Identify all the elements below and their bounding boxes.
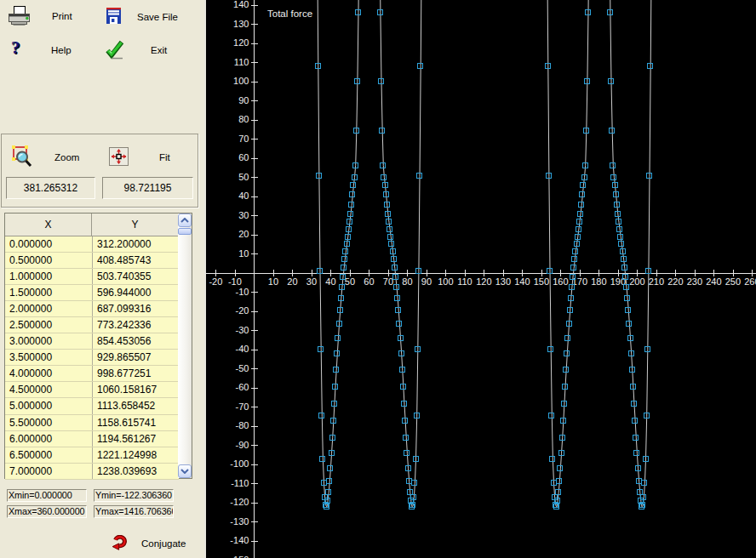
cell-x-value[interactable]: 5.000000 xyxy=(5,398,92,413)
cell-y-value[interactable]: 503.740355 xyxy=(92,269,177,284)
cell-x-value[interactable]: 5.500000 xyxy=(5,415,92,430)
data-point-marker xyxy=(334,367,339,373)
fit-button[interactable] xyxy=(109,147,129,169)
force-plot-area[interactable]: -20-101020304050607080901001101201301401… xyxy=(204,0,756,558)
table-scrollbar[interactable] xyxy=(178,214,192,478)
y-tick-label: 30 xyxy=(238,210,249,220)
cell-y-value[interactable]: 1194.561267 xyxy=(92,431,177,447)
cell-y-value[interactable]: 312.200000 xyxy=(92,236,177,252)
cell-x-value[interactable]: 2.000000 xyxy=(5,301,92,316)
exit-button-label[interactable]: Exit xyxy=(151,45,167,55)
cell-y-value[interactable]: 1060.158167 xyxy=(92,382,177,397)
scrollbar-thumb[interactable] xyxy=(178,228,192,235)
y-tick-label: 130 xyxy=(233,19,249,29)
table-row[interactable]: 1.000000503.740355 xyxy=(5,269,179,285)
data-point-marker xyxy=(403,418,408,424)
data-point-marker xyxy=(349,202,354,208)
cell-y-value[interactable]: 408.485743 xyxy=(92,253,177,268)
data-point-marker xyxy=(350,192,355,197)
cell-x-value[interactable]: 0.000000 xyxy=(5,236,92,252)
data-point-marker xyxy=(343,249,348,254)
cell-x-value[interactable]: 6.000000 xyxy=(5,431,92,447)
y-tick-label: 90 xyxy=(238,95,249,105)
cell-y-value[interactable]: 1158.615741 xyxy=(92,415,177,430)
cell-x-value[interactable]: 4.000000 xyxy=(5,366,92,381)
x-tick-label: 80 xyxy=(402,276,412,287)
xmax-field[interactable]: Xmax=360.000000 xyxy=(7,505,87,518)
cell-x-value[interactable]: 4.500000 xyxy=(5,382,92,397)
x-tick-label: 180 xyxy=(591,276,606,287)
conjugate-button[interactable] xyxy=(112,535,128,555)
table-row[interactable]: 4.000000998.677251 xyxy=(5,366,179,382)
x-tick-label: 90 xyxy=(421,276,432,287)
y-tick-label: 60 xyxy=(238,152,249,162)
ymin-field[interactable]: Ymin=-122.306360 xyxy=(94,489,174,502)
cell-x-value[interactable]: 3.500000 xyxy=(5,350,92,365)
cell-x-value[interactable]: 1.000000 xyxy=(5,269,92,284)
print-button[interactable] xyxy=(8,6,31,29)
cell-y-value[interactable]: 773.242336 xyxy=(92,317,177,333)
y-tick-label: -60 xyxy=(235,382,249,392)
zoom-button-label[interactable]: Zoom xyxy=(54,152,79,162)
table-row[interactable]: 0.000000312.200000 xyxy=(5,236,179,253)
cell-x-value[interactable]: 7.000000 xyxy=(5,464,92,479)
fit-button-label[interactable]: Fit xyxy=(159,152,170,162)
save-file-button-label[interactable]: Save File xyxy=(137,12,178,22)
table-row[interactable]: 1.500000596.944000 xyxy=(5,285,179,301)
data-point-marker xyxy=(610,163,616,168)
cell-y-value[interactable]: 854.453056 xyxy=(92,333,177,349)
cell-y-value[interactable]: 1221.124998 xyxy=(92,447,177,463)
cell-x-value[interactable]: 0.500000 xyxy=(5,253,92,268)
table-row[interactable]: 2.000000687.099316 xyxy=(5,301,179,317)
data-point-marker xyxy=(611,175,616,180)
table-row[interactable]: 5.0000001113.658452 xyxy=(5,398,179,414)
cell-x-value[interactable]: 2.500000 xyxy=(5,317,92,333)
table-row[interactable]: 2.500000773.242336 xyxy=(5,317,179,333)
scrollbar-up-arrow-icon[interactable] xyxy=(178,214,192,227)
scrollbar-down-arrow-icon[interactable] xyxy=(178,464,192,478)
xy-data-table: X Y 0.000000312.2000000.500000408.485743… xyxy=(4,213,192,479)
table-row[interactable]: 7.0000001238.039693 xyxy=(5,464,179,480)
x-tick-label: 110 xyxy=(457,276,472,287)
xmin-field[interactable]: Xmin=0.000000 xyxy=(7,489,87,502)
table-row[interactable]: 5.5000001158.615741 xyxy=(5,415,179,431)
x-tick-label: 150 xyxy=(534,276,549,287)
table-row[interactable]: 3.000000854.453056 xyxy=(5,333,179,350)
print-button-label[interactable]: Print xyxy=(52,11,72,21)
cell-y-value[interactable]: 596.944000 xyxy=(92,285,177,300)
y-tick-label: -140 xyxy=(230,535,249,545)
help-button-label[interactable]: Help xyxy=(51,45,72,55)
cell-x-value[interactable]: 6.500000 xyxy=(5,447,92,463)
y-tick-label: 10 xyxy=(238,248,249,259)
table-row[interactable]: 6.0000001194.561267 xyxy=(5,431,179,447)
data-point-marker xyxy=(404,451,410,456)
data-point-marker xyxy=(634,451,639,456)
table-row[interactable]: 3.500000929.865507 xyxy=(5,350,179,366)
cell-y-value[interactable]: 929.865507 xyxy=(92,350,177,365)
table-row[interactable]: 4.5000001060.158167 xyxy=(5,382,179,398)
y-tick-label: -40 xyxy=(235,344,249,354)
data-point-marker xyxy=(328,466,333,471)
table-row[interactable]: 0.500000408.485743 xyxy=(5,253,179,269)
cell-y-value[interactable]: 1113.658452 xyxy=(92,398,177,413)
table-row[interactable]: 6.5000001221.124998 xyxy=(5,447,179,464)
y-tick-label: -30 xyxy=(235,325,249,335)
data-point-marker xyxy=(557,479,562,484)
data-point-marker xyxy=(550,457,555,462)
data-point-marker xyxy=(380,128,385,134)
help-button[interactable]: ? xyxy=(11,41,20,55)
cell-y-value[interactable]: 687.099316 xyxy=(92,301,177,316)
save-file-button[interactable] xyxy=(106,8,121,27)
column-header-x: X xyxy=(5,214,92,236)
cell-x-value[interactable]: 1.500000 xyxy=(5,285,92,300)
cell-x-value[interactable]: 3.000000 xyxy=(5,333,92,349)
conjugate-button-label[interactable]: Conjugate xyxy=(141,538,186,549)
zoom-button[interactable] xyxy=(11,145,33,171)
y-tick-label: 110 xyxy=(234,57,249,67)
cell-y-value[interactable]: 1238.039693 xyxy=(92,464,177,479)
data-point-marker xyxy=(404,436,409,441)
cell-y-value[interactable]: 998.677251 xyxy=(92,366,177,381)
table-header-row: X Y xyxy=(5,214,179,236)
ymax-field[interactable]: Ymax=1416.706360 xyxy=(94,505,174,518)
exit-button[interactable] xyxy=(106,40,124,63)
